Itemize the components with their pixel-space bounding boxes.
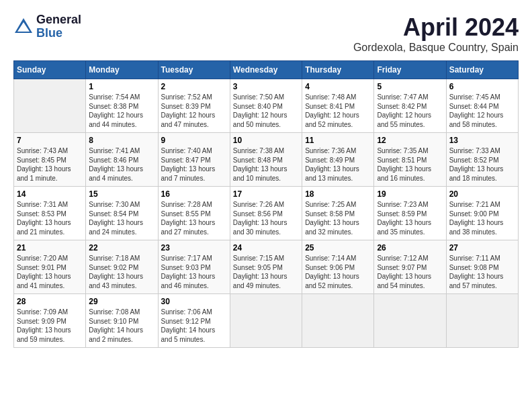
day-number: 5 (377, 82, 443, 91)
day-number: 28 (17, 297, 83, 306)
day-number: 27 (449, 243, 515, 253)
day-content: Sunrise: 7:54 AM Sunset: 8:38 PM Dayligh… (89, 93, 154, 129)
calendar-cell: 27Sunrise: 7:11 AM Sunset: 9:08 PM Dayli… (446, 240, 518, 294)
day-content: Sunrise: 7:15 AM Sunset: 9:05 PM Dayligh… (233, 254, 299, 290)
calendar-cell: 15Sunrise: 7:30 AM Sunset: 8:54 PM Dayli… (86, 187, 158, 240)
title-section: April 2024 Gordexola, Basque Country, Sp… (353, 13, 519, 54)
day-content: Sunrise: 7:26 AM Sunset: 8:56 PM Dayligh… (233, 200, 299, 236)
weekday-header-thursday: Thursday (302, 61, 374, 79)
calendar-cell: 5Sunrise: 7:47 AM Sunset: 8:42 PM Daylig… (374, 79, 446, 133)
calendar-cell (374, 294, 446, 348)
day-number: 6 (449, 82, 515, 91)
calendar-cell: 9Sunrise: 7:40 AM Sunset: 8:47 PM Daylig… (158, 133, 230, 187)
day-number: 4 (305, 82, 371, 91)
calendar-cell: 6Sunrise: 7:45 AM Sunset: 8:44 PM Daylig… (446, 79, 518, 133)
weekday-header-sunday: Sunday (14, 61, 86, 79)
day-number: 15 (89, 189, 154, 199)
day-number: 21 (17, 243, 83, 253)
day-number: 1 (89, 82, 154, 91)
day-content: Sunrise: 7:12 AM Sunset: 9:07 PM Dayligh… (377, 254, 443, 290)
calendar-week-2: 7Sunrise: 7:43 AM Sunset: 8:45 PM Daylig… (14, 133, 519, 187)
calendar-cell: 18Sunrise: 7:25 AM Sunset: 8:58 PM Dayli… (302, 187, 374, 240)
day-content: Sunrise: 7:14 AM Sunset: 9:06 PM Dayligh… (305, 254, 371, 290)
day-content: Sunrise: 7:30 AM Sunset: 8:54 PM Dayligh… (89, 200, 154, 236)
day-number: 11 (305, 136, 371, 145)
day-number: 8 (89, 136, 154, 145)
weekday-header-monday: Monday (86, 61, 158, 79)
logo-icon (13, 17, 34, 37)
calendar-cell: 29Sunrise: 7:08 AM Sunset: 9:10 PM Dayli… (86, 294, 158, 348)
day-content: Sunrise: 7:21 AM Sunset: 9:00 PM Dayligh… (449, 200, 515, 236)
logo-general-text: General (36, 13, 81, 27)
calendar-week-1: 1Sunrise: 7:54 AM Sunset: 8:38 PM Daylig… (14, 79, 519, 133)
calendar-cell: 14Sunrise: 7:31 AM Sunset: 8:53 PM Dayli… (14, 187, 86, 240)
day-content: Sunrise: 7:41 AM Sunset: 8:46 PM Dayligh… (89, 146, 154, 183)
day-content: Sunrise: 7:40 AM Sunset: 8:47 PM Dayligh… (161, 146, 227, 183)
calendar-cell: 21Sunrise: 7:20 AM Sunset: 9:01 PM Dayli… (14, 240, 86, 294)
day-content: Sunrise: 7:31 AM Sunset: 8:53 PM Dayligh… (17, 200, 83, 236)
calendar-cell (446, 294, 518, 348)
day-number: 10 (233, 136, 299, 145)
calendar-week-5: 28Sunrise: 7:09 AM Sunset: 9:09 PM Dayli… (14, 294, 519, 348)
calendar-week-3: 14Sunrise: 7:31 AM Sunset: 8:53 PM Dayli… (14, 187, 519, 240)
weekday-header-row: SundayMondayTuesdayWednesdayThursdayFrid… (14, 61, 519, 79)
calendar-table: SundayMondayTuesdayWednesdayThursdayFrid… (13, 60, 519, 348)
day-number: 17 (233, 189, 299, 199)
day-content: Sunrise: 7:45 AM Sunset: 8:44 PM Dayligh… (449, 93, 515, 129)
day-number: 18 (305, 189, 371, 199)
weekday-header-wednesday: Wednesday (230, 61, 302, 79)
day-number: 12 (377, 136, 443, 145)
day-content: Sunrise: 7:48 AM Sunset: 8:41 PM Dayligh… (305, 93, 371, 129)
calendar-cell (230, 294, 302, 348)
day-content: Sunrise: 7:36 AM Sunset: 8:49 PM Dayligh… (305, 146, 371, 183)
calendar-title: April 2024 (353, 13, 519, 42)
day-number: 22 (89, 243, 154, 253)
day-number: 9 (161, 136, 227, 145)
day-content: Sunrise: 7:08 AM Sunset: 9:10 PM Dayligh… (89, 308, 154, 344)
day-content: Sunrise: 7:23 AM Sunset: 8:59 PM Dayligh… (377, 200, 443, 236)
calendar-cell: 2Sunrise: 7:52 AM Sunset: 8:39 PM Daylig… (158, 79, 230, 133)
day-number: 13 (449, 136, 515, 145)
day-number: 7 (17, 136, 83, 145)
day-number: 20 (449, 189, 515, 199)
calendar-cell: 24Sunrise: 7:15 AM Sunset: 9:05 PM Dayli… (230, 240, 302, 294)
calendar-cell: 25Sunrise: 7:14 AM Sunset: 9:06 PM Dayli… (302, 240, 374, 294)
logo-blue-text: Blue (36, 27, 81, 40)
day-content: Sunrise: 7:38 AM Sunset: 8:48 PM Dayligh… (233, 146, 299, 183)
day-content: Sunrise: 7:11 AM Sunset: 9:08 PM Dayligh… (449, 254, 515, 290)
day-content: Sunrise: 7:17 AM Sunset: 9:03 PM Dayligh… (161, 254, 227, 290)
calendar-cell: 17Sunrise: 7:26 AM Sunset: 8:56 PM Dayli… (230, 187, 302, 240)
calendar-cell: 30Sunrise: 7:06 AM Sunset: 9:12 PM Dayli… (158, 294, 230, 348)
day-content: Sunrise: 7:35 AM Sunset: 8:51 PM Dayligh… (377, 146, 443, 183)
day-content: Sunrise: 7:09 AM Sunset: 9:09 PM Dayligh… (17, 308, 83, 344)
day-number: 16 (161, 189, 227, 199)
day-number: 23 (161, 243, 227, 253)
calendar-cell: 10Sunrise: 7:38 AM Sunset: 8:48 PM Dayli… (230, 133, 302, 187)
calendar-cell: 4Sunrise: 7:48 AM Sunset: 8:41 PM Daylig… (302, 79, 374, 133)
day-number: 29 (89, 297, 154, 306)
logo: General Blue (13, 13, 81, 40)
calendar-week-4: 21Sunrise: 7:20 AM Sunset: 9:01 PM Dayli… (14, 240, 519, 294)
page-header: General Blue April 2024 Gordexola, Basqu… (13, 13, 519, 54)
calendar-cell: 11Sunrise: 7:36 AM Sunset: 8:49 PM Dayli… (302, 133, 374, 187)
day-content: Sunrise: 7:06 AM Sunset: 9:12 PM Dayligh… (161, 308, 227, 344)
calendar-cell: 8Sunrise: 7:41 AM Sunset: 8:46 PM Daylig… (86, 133, 158, 187)
calendar-cell (302, 294, 374, 348)
day-number: 3 (233, 82, 299, 91)
day-content: Sunrise: 7:33 AM Sunset: 8:52 PM Dayligh… (449, 146, 515, 183)
calendar-cell: 28Sunrise: 7:09 AM Sunset: 9:09 PM Dayli… (14, 294, 86, 348)
day-number: 30 (161, 297, 227, 306)
day-number: 14 (17, 189, 83, 199)
day-content: Sunrise: 7:50 AM Sunset: 8:40 PM Dayligh… (233, 93, 299, 129)
calendar-cell (14, 79, 86, 133)
day-content: Sunrise: 7:20 AM Sunset: 9:01 PM Dayligh… (17, 254, 83, 290)
calendar-cell: 19Sunrise: 7:23 AM Sunset: 8:59 PM Dayli… (374, 187, 446, 240)
calendar-cell: 22Sunrise: 7:18 AM Sunset: 9:02 PM Dayli… (86, 240, 158, 294)
day-number: 19 (377, 189, 443, 199)
day-number: 2 (161, 82, 227, 91)
day-content: Sunrise: 7:52 AM Sunset: 8:39 PM Dayligh… (161, 93, 227, 129)
calendar-cell: 3Sunrise: 7:50 AM Sunset: 8:40 PM Daylig… (230, 79, 302, 133)
day-number: 26 (377, 243, 443, 253)
calendar-cell: 1Sunrise: 7:54 AM Sunset: 8:38 PM Daylig… (86, 79, 158, 133)
calendar-cell: 13Sunrise: 7:33 AM Sunset: 8:52 PM Dayli… (446, 133, 518, 187)
